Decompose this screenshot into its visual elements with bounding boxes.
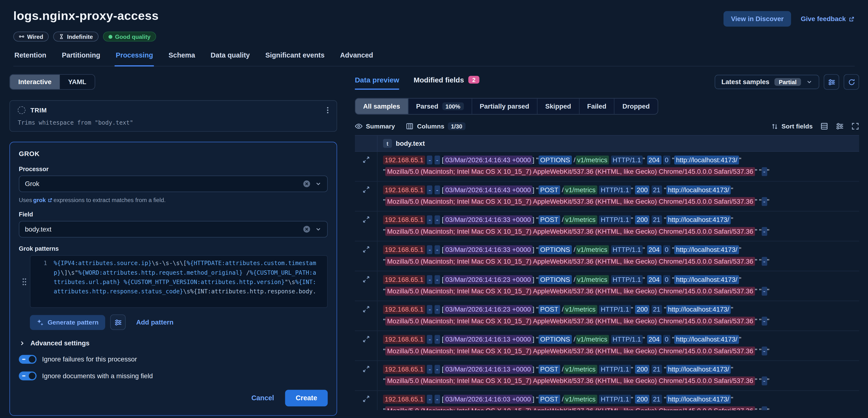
- expand-row-button[interactable]: [355, 361, 378, 390]
- create-button[interactable]: Create: [285, 390, 328, 406]
- chevron-right-icon: [19, 340, 26, 347]
- main-content: Interactive YAML TRIM Trims whitespace f…: [0, 66, 868, 418]
- expand-row-button[interactable]: [355, 271, 378, 301]
- display-options-button[interactable]: [820, 122, 828, 130]
- clear-icon[interactable]: [303, 180, 311, 188]
- log-highlight: 200: [635, 185, 649, 195]
- log-literal: /: [572, 276, 576, 283]
- filter-all-samples[interactable]: All samples: [355, 98, 408, 114]
- filter-parsed[interactable]: Parsed100%: [408, 98, 472, 114]
- grok-docs-link[interactable]: grok: [33, 197, 52, 203]
- ignore-failures-switch[interactable]: [19, 355, 37, 364]
- log-highlight: Mozilla/5.0 (Macintosh; Intel Mac OS X 1…: [385, 347, 755, 355]
- log-literal: ": [631, 306, 635, 313]
- preview-settings-button[interactable]: [824, 74, 839, 90]
- table-row: 192.168.65.1 - - [03/Mar/2026:14:16:43 +…: [355, 182, 859, 212]
- filter-skipped[interactable]: Skipped: [537, 98, 580, 114]
- table-row: 192.168.65.1 - - [03/Mar/2026:14:16:33 +…: [355, 211, 859, 241]
- cancel-button[interactable]: Cancel: [251, 394, 274, 402]
- tab-partitioning[interactable]: Partitioning: [61, 49, 101, 66]
- log-highlight: Mozilla/5.0 (Macintosh; Intel Mac OS X 1…: [385, 257, 755, 266]
- filter-dropped[interactable]: Dropped: [615, 98, 658, 114]
- log-highlight: 192.168.65.1: [383, 365, 425, 374]
- sliders-icon: [828, 78, 835, 86]
- log-highlight: 200: [635, 305, 649, 314]
- log-text: 192.168.65.1 - - [03/Mar/2026:14:16:23 +…: [377, 301, 859, 330]
- data-preview-panel: Data preview Modified fields 2 Latest sa…: [355, 74, 859, 418]
- log-highlight: -: [434, 185, 440, 195]
- tab-advanced[interactable]: Advanced: [339, 49, 374, 66]
- log-highlight: 192.168.65.1: [383, 335, 425, 344]
- summary-label: Summary: [366, 123, 395, 130]
- expand-row-button[interactable]: [355, 182, 378, 211]
- processor-status-icon: [18, 107, 25, 114]
- tab-data-preview[interactable]: Data preview: [355, 76, 399, 89]
- sort-fields-button[interactable]: Sort fields: [771, 123, 813, 130]
- log-highlight: -: [427, 395, 433, 404]
- table-row: 192.168.65.1 - - [03/Mar/2026:14:16:13 +…: [355, 361, 859, 391]
- give-feedback-link[interactable]: Give feedback: [801, 15, 855, 23]
- grok-processor-title: GROK: [19, 150, 328, 158]
- tab-data-quality[interactable]: Data quality: [210, 49, 251, 66]
- samples-selector[interactable]: Latest samples Partial: [715, 75, 819, 89]
- log-highlight: -: [762, 406, 767, 410]
- log-highlight: 21: [651, 395, 662, 404]
- log-text: 192.168.65.1 - - [03/Mar/2026:14:16:33 +…: [377, 211, 859, 241]
- log-literal: [: [440, 156, 443, 164]
- grid-settings-button[interactable]: [836, 122, 843, 130]
- log-literal: ] ": [532, 276, 538, 283]
- tab-processing[interactable]: Processing: [115, 49, 154, 67]
- clear-icon[interactable]: [303, 225, 311, 233]
- log-literal: ] ": [532, 216, 538, 223]
- table-row: 192.168.65.1 - - [03/Mar/2026:14:16:43 +…: [355, 152, 859, 182]
- field-select[interactable]: body.text: [19, 221, 328, 238]
- expand-row-button[interactable]: [355, 391, 378, 410]
- expand-row-button[interactable]: [355, 211, 378, 241]
- log-literal: ": [662, 216, 666, 223]
- mode-interactive-button[interactable]: Interactive: [10, 75, 60, 89]
- filter-partially-parsed[interactable]: Partially parsed: [472, 98, 537, 114]
- expand-row-button[interactable]: [355, 301, 378, 330]
- advanced-settings-toggle[interactable]: Advanced settings: [19, 339, 328, 347]
- view-in-discover-button[interactable]: View in Discover: [724, 11, 791, 27]
- log-highlight: Mozilla/5.0 (Macintosh; Intel Mac OS X 1…: [385, 377, 755, 385]
- chevron-down-icon: [806, 79, 813, 85]
- log-highlight: 0: [663, 275, 670, 284]
- filter-failed[interactable]: Failed: [580, 98, 615, 114]
- mode-yaml-button[interactable]: YAML: [60, 75, 95, 89]
- log-text: 192.168.65.1 - - [03/Mar/2026:14:16:33 +…: [377, 241, 859, 271]
- expand-icon: [362, 335, 370, 343]
- ignore-missing-field-switch[interactable]: [19, 371, 37, 380]
- log-literal: " ": [755, 198, 762, 205]
- log-highlight: v1/metrics: [576, 245, 609, 254]
- grok-pattern-editor[interactable]: 1 %{IPV4:attributes.source.ip}\s-\s-\s\[…: [30, 255, 328, 308]
- expand-row-button[interactable]: [355, 331, 378, 360]
- grok-pattern-code[interactable]: %{IPV4:attributes.source.ip}\s-\s-\s\[%{…: [47, 259, 324, 307]
- generate-pattern-button[interactable]: Generate pattern: [30, 315, 105, 330]
- expand-row-button[interactable]: [355, 241, 378, 271]
- tab-retention[interactable]: Retention: [13, 49, 47, 66]
- log-literal: [649, 216, 651, 223]
- column-header-body-text[interactable]: t body.text: [377, 136, 430, 151]
- tab-significant-events[interactable]: Significant events: [264, 49, 326, 66]
- log-literal: [: [440, 186, 443, 193]
- expand-row-button[interactable]: [355, 152, 378, 181]
- tab-modified-fields[interactable]: Modified fields 2: [414, 76, 479, 88]
- summary-toggle[interactable]: Summary: [355, 122, 395, 130]
- drag-handle-icon[interactable]: [19, 255, 30, 308]
- log-literal: ": [662, 395, 666, 403]
- columns-selector[interactable]: Columns 1/30: [406, 122, 466, 130]
- pattern-settings-button[interactable]: [110, 315, 126, 330]
- kebab-menu-icon[interactable]: [327, 107, 329, 114]
- fullscreen-button[interactable]: [851, 122, 859, 130]
- column-header-label: body.text: [396, 140, 425, 147]
- table-row: 192.168.65.1 - - [03/Mar/2026:14:16:23 +…: [355, 271, 859, 301]
- add-pattern-link[interactable]: Add pattern: [136, 318, 174, 326]
- trim-processor-card[interactable]: TRIM Trims whitespace from "body.text": [9, 100, 337, 132]
- sort-icon: [771, 123, 778, 130]
- processor-select[interactable]: Grok: [19, 175, 328, 192]
- tab-schema[interactable]: Schema: [167, 49, 196, 66]
- log-highlight: 192.168.65.1: [383, 155, 425, 165]
- refresh-button[interactable]: [843, 74, 859, 90]
- log-highlight: http://localhost:4173/: [674, 275, 739, 284]
